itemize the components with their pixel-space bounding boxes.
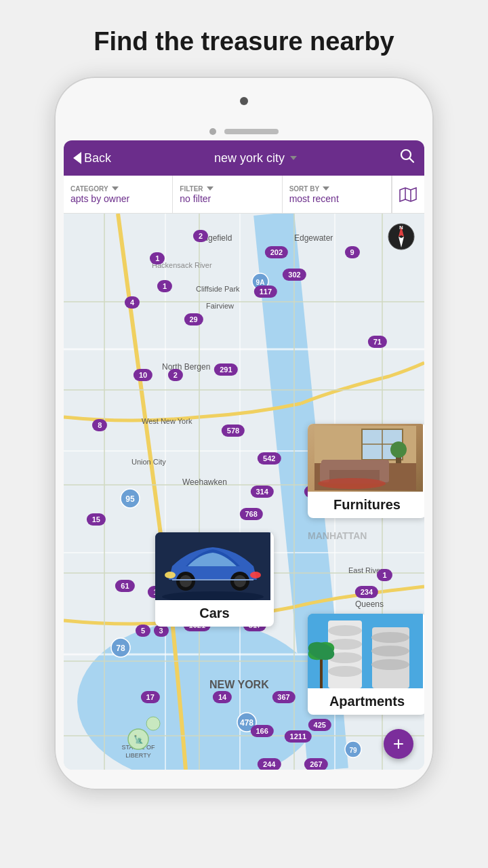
- map-pin[interactable]: 15: [87, 513, 106, 526]
- map-pin[interactable]: 291: [214, 363, 237, 376]
- map-pin[interactable]: 5: [136, 625, 150, 637]
- sort-filter-label: SORT BY: [289, 185, 384, 193]
- map-pin[interactable]: 61: [115, 580, 134, 592]
- map-pin[interactable]: 244: [258, 758, 281, 770]
- map-pin[interactable]: 2: [193, 230, 208, 242]
- map-pin[interactable]: 1: [150, 252, 165, 264]
- furniture-category-card[interactable]: Furnitures: [308, 424, 424, 518]
- apartments-category-card[interactable]: Apartments: [308, 614, 424, 715]
- map-pin[interactable]: 29: [184, 313, 203, 326]
- svg-text:Cliffside Park: Cliffside Park: [196, 285, 240, 293]
- app-screen: Back new york city CATEGORY: [64, 140, 424, 770]
- svg-point-64: [390, 441, 407, 458]
- fab-button[interactable]: +: [384, 729, 413, 759]
- svg-point-77: [250, 572, 261, 578]
- sort-filter[interactable]: SORT BY most recent: [283, 176, 392, 213]
- svg-text:🗽: 🗽: [134, 734, 144, 744]
- svg-point-76: [165, 572, 176, 578]
- svg-rect-68: [380, 463, 389, 482]
- map-pin[interactable]: 314: [250, 486, 273, 498]
- compass: N: [388, 223, 415, 250]
- map-pin[interactable]: 425: [308, 719, 331, 731]
- map-pin[interactable]: 166: [250, 725, 273, 737]
- city-dropdown-icon: [290, 156, 297, 160]
- svg-text:N: N: [399, 224, 403, 231]
- map-pin[interactable]: 9: [345, 246, 360, 258]
- svg-rect-67: [320, 463, 329, 482]
- map-pin[interactable]: 578: [222, 425, 245, 437]
- svg-text:Weehawken: Weehawken: [182, 477, 227, 487]
- category-filter[interactable]: CATEGORY apts by owner: [64, 176, 173, 213]
- map-pin[interactable]: 4: [125, 296, 140, 309]
- map-pin[interactable]: 234: [355, 586, 378, 598]
- phone-shell: Back new york city CATEGORY: [54, 77, 434, 790]
- svg-point-69: [318, 478, 386, 489]
- svg-text:Union City: Union City: [131, 458, 166, 466]
- furniture-image: [308, 424, 423, 492]
- phone-dot: [209, 128, 216, 135]
- map-pin[interactable]: 267: [304, 758, 327, 770]
- map-area[interactable]: 95 9A 78 478 79 Hackensack River Ridgefi…: [64, 214, 424, 770]
- map-pin[interactable]: 17: [141, 691, 160, 703]
- cars-category-card[interactable]: Cars: [155, 532, 274, 627]
- sort-filter-value: most recent: [289, 193, 384, 204]
- map-pin[interactable]: 117: [254, 285, 277, 298]
- apartments-label: Apartments: [308, 688, 424, 715]
- svg-text:78: 78: [116, 644, 125, 653]
- furniture-label: Furnitures: [308, 492, 424, 518]
- filter-dropdown-icon: [207, 186, 214, 191]
- map-pin[interactable]: 71: [368, 336, 387, 348]
- svg-text:Queens: Queens: [355, 599, 384, 609]
- svg-point-84: [328, 666, 362, 677]
- map-pin[interactable]: 542: [258, 452, 281, 465]
- map-pin[interactable]: 202: [265, 246, 288, 258]
- map-pin[interactable]: 8: [92, 419, 107, 431]
- map-pin[interactable]: 10: [134, 369, 152, 381]
- category-filter-label: CATEGORY: [70, 185, 165, 193]
- chevron-left-icon: [73, 152, 81, 164]
- phone-camera: [240, 97, 248, 105]
- city-selector[interactable]: new york city: [214, 151, 297, 165]
- page-headline: Find the treasure nearby: [80, 27, 407, 56]
- svg-text:95: 95: [125, 494, 135, 504]
- svg-marker-2: [400, 188, 416, 201]
- phone-top: [64, 90, 424, 124]
- phone-speaker: [224, 129, 279, 134]
- svg-point-88: [371, 659, 409, 670]
- category-filter-value: apts by owner: [70, 193, 165, 204]
- svg-text:West New York: West New York: [142, 417, 192, 425]
- map-pin[interactable]: 1: [157, 280, 172, 292]
- back-label: Back: [84, 151, 111, 165]
- svg-rect-66: [321, 460, 389, 470]
- svg-point-86: [371, 632, 409, 643]
- svg-point-81: [328, 625, 362, 636]
- svg-point-52: [146, 717, 160, 730]
- svg-text:NEW YORK: NEW YORK: [209, 679, 269, 690]
- svg-text:Fairview: Fairview: [206, 302, 234, 310]
- svg-line-1: [410, 159, 414, 163]
- map-pin[interactable]: 1211: [285, 730, 312, 743]
- search-button[interactable]: [400, 149, 415, 167]
- map-pin[interactable]: 367: [272, 691, 295, 703]
- map-pin[interactable]: 768: [239, 508, 262, 520]
- map-pin[interactable]: 302: [283, 269, 306, 281]
- car-image: [155, 532, 270, 600]
- svg-point-87: [371, 646, 409, 656]
- map-view-button[interactable]: [392, 176, 424, 213]
- filter-filter-label: FILTER: [180, 185, 274, 193]
- map-pin[interactable]: 1: [377, 569, 392, 581]
- map-pin[interactable]: 14: [213, 691, 232, 703]
- svg-text:LIBERTY: LIBERTY: [125, 752, 150, 759]
- filter-filter[interactable]: FILTER no filter: [173, 176, 282, 213]
- city-label: new york city: [214, 151, 285, 165]
- svg-point-73: [180, 575, 192, 587]
- sort-dropdown-icon: [323, 186, 329, 191]
- header-bar: Back new york city: [64, 140, 424, 176]
- svg-text:MANHATTAN: MANHATTAN: [308, 530, 367, 541]
- page-wrapper: Find the treasure nearby Back new york c…: [0, 0, 488, 868]
- back-button[interactable]: Back: [73, 151, 111, 165]
- apartment-image: [308, 614, 423, 688]
- category-dropdown-icon: [112, 186, 119, 191]
- filter-filter-value: no filter: [180, 193, 274, 204]
- map-pin[interactable]: 2: [168, 369, 183, 381]
